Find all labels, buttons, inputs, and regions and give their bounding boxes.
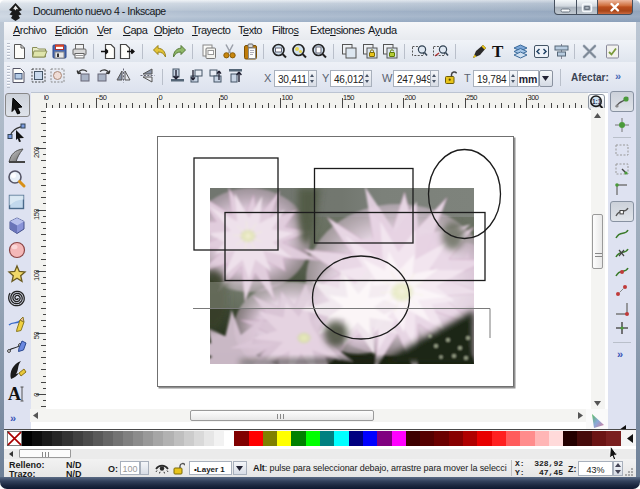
svg-text:1:1: 1:1: [592, 98, 602, 105]
svg-text:A: A: [8, 384, 21, 404]
